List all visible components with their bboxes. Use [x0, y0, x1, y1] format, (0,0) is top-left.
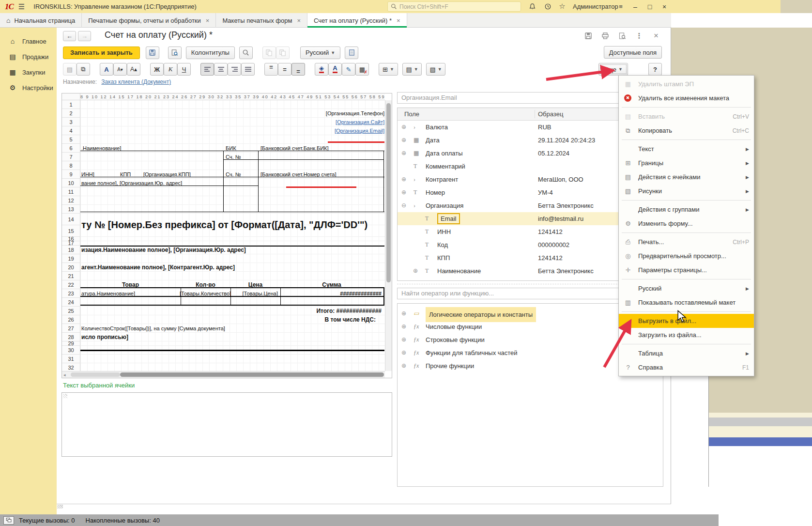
- sheet-row-header[interactable]: 9: [62, 170, 80, 179]
- menu-item[interactable]: ▦ Удалить штамп ЭП: [619, 77, 754, 91]
- sheet-cell[interactable]: Цена: [230, 280, 280, 289]
- sheet-cell[interactable]: агент.Наименование полное], [Контрагент.…: [81, 263, 333, 272]
- expand-icon[interactable]: ⊕: [401, 186, 406, 199]
- sheet-row-header[interactable]: 6: [62, 144, 80, 153]
- expand-icon[interactable]: ⊕: [401, 307, 406, 320]
- more-button[interactable]: Еще▼: [598, 63, 628, 76]
- find-button[interactable]: [239, 46, 253, 59]
- sheet-row-header[interactable]: 22: [62, 280, 80, 289]
- sheet-cell[interactable]: [Товары.Цена]: [230, 289, 278, 298]
- sheet-cell[interactable]: [Организация.Сайт]: [226, 118, 384, 126]
- save-icon[interactable]: [584, 32, 593, 40]
- sheet-cell[interactable]: КоличествоСтрок([Товары])], на сумму [Су…: [81, 324, 333, 333]
- valign-middle-button[interactable]: =: [278, 63, 291, 76]
- sheet-cell[interactable]: [Банковский счет.Банк.БИК]: [260, 144, 383, 153]
- sheet-row-header[interactable]: 17: [62, 241, 80, 246]
- sheet-row-header[interactable]: 32: [62, 363, 80, 371]
- expand-icon[interactable]: ⊕: [401, 333, 406, 346]
- fill-color-button[interactable]: ◈: [315, 63, 328, 76]
- menu-item[interactable]: ⎙ Печать... Ctrl+P: [619, 235, 754, 249]
- sheet-cell[interactable]: Товар: [80, 280, 181, 289]
- tab[interactable]: ⌂ Начальная страница: [0, 13, 82, 28]
- tab[interactable]: Макеты печатных форм ×: [216, 13, 307, 28]
- picture-dropdown[interactable]: ▧▼: [426, 63, 445, 76]
- sheet-row-header[interactable]: 10: [62, 179, 80, 187]
- column-field[interactable]: Поле: [404, 108, 419, 121]
- sheet-row-header[interactable]: 14: [62, 214, 80, 225]
- sheet-row-header[interactable]: 31: [62, 355, 80, 363]
- menu-item[interactable]: ⚙ Изменить форму...: [619, 217, 754, 231]
- history-clock-icon[interactable]: [543, 2, 552, 11]
- borders-dropdown[interactable]: ⊞▼: [379, 63, 398, 76]
- sheet-cell[interactable]: БИК: [226, 144, 255, 153]
- preview-button[interactable]: [168, 46, 182, 59]
- align-right-button[interactable]: [228, 63, 241, 76]
- help-button[interactable]: ?: [648, 63, 662, 76]
- sidebar-item[interactable]: ⚙ Настройки: [0, 80, 57, 95]
- sheet-corner[interactable]: [62, 93, 80, 100]
- font-smaller-button[interactable]: A▾: [113, 63, 127, 76]
- sheet-cell[interactable]: ту № [Номер.Без префикса] от [Формат([Да…: [81, 214, 384, 236]
- align-justify-button[interactable]: [241, 63, 255, 76]
- underline-button[interactable]: Ч: [177, 63, 191, 76]
- calls-monitor-icon[interactable]: [3, 516, 14, 525]
- sheet-row-header[interactable]: 30: [62, 346, 80, 355]
- vertical-scrollbar[interactable]: [385, 100, 392, 371]
- italic-button[interactable]: К: [164, 63, 177, 76]
- menu-item[interactable]: ⊞ Границы ▶: [619, 156, 754, 170]
- forward-button[interactable]: →: [78, 31, 91, 41]
- tab-close-icon[interactable]: ×: [397, 17, 400, 24]
- sheet-row-header[interactable]: 13: [62, 205, 80, 214]
- sheet-cell[interactable]: Сумма: [280, 280, 383, 289]
- sheet-row-header[interactable]: 7: [62, 153, 80, 161]
- available-fields-button[interactable]: Доступные поля: [604, 46, 662, 59]
- expand-icon[interactable]: ⊕: [401, 147, 406, 160]
- sheet-cell[interactable]: вание полное], [Организация.Юр. адрес]: [81, 179, 285, 187]
- expand-icon[interactable]: ⊖: [401, 199, 406, 212]
- sheet-row-header[interactable]: 24: [62, 298, 80, 307]
- expand-icon[interactable]: ⊕: [401, 173, 406, 186]
- selected-cell-textarea[interactable]: [61, 392, 392, 457]
- copy-icon[interactable]: ⧉: [77, 63, 90, 76]
- paste-icon[interactable]: ▤: [63, 63, 77, 76]
- sheet-cell[interactable]: Сч. №: [226, 153, 255, 161]
- sheet-row-header[interactable]: 25: [62, 307, 80, 315]
- menu-item[interactable]: ▥ Показывать поставляемый макет: [619, 295, 754, 309]
- cells-dropdown[interactable]: ▤▼: [402, 63, 422, 76]
- sheet-row-header[interactable]: 23: [62, 289, 80, 298]
- main-menu-icon[interactable]: ☰: [18, 2, 25, 11]
- expand-icon[interactable]: ⊕: [401, 320, 406, 333]
- copy-rows-button-2[interactable]: [276, 46, 290, 59]
- sheet-cell[interactable]: изация.Наименование полное], [Организаци…: [81, 246, 333, 254]
- user-name[interactable]: Администратор: [573, 3, 618, 10]
- scrollbar-thumb[interactable]: [386, 103, 391, 282]
- language-dropdown[interactable]: Русский▼: [300, 46, 340, 59]
- menu-item[interactable]: ⧉ Копировать Ctrl+C: [619, 124, 754, 138]
- expand-icon[interactable]: ⊕: [401, 346, 406, 359]
- preview-icon[interactable]: [618, 32, 627, 40]
- sheet-cell[interactable]: Итого: ##############: [226, 307, 382, 315]
- menu-item[interactable]: ✛ Параметры страницы...: [619, 263, 754, 277]
- close-form-icon[interactable]: ×: [652, 32, 660, 40]
- 1c-logo[interactable]: 1С: [5, 2, 14, 12]
- sheet-row-header[interactable]: 8: [62, 161, 80, 170]
- sheet-row-header[interactable]: 2: [62, 109, 80, 118]
- sheet-cell[interactable]: ИНН]: [81, 170, 110, 179]
- sheet-row-header[interactable]: 19: [62, 254, 80, 263]
- sheet-cell[interactable]: [Организация.КПП]: [143, 170, 221, 179]
- sheet-row-header[interactable]: 15: [62, 225, 80, 237]
- column-sample[interactable]: Образец: [538, 108, 563, 121]
- menu-item[interactable]: Загрузить из файла...: [619, 328, 754, 342]
- tab[interactable]: Печатные формы, отчеты и обработки ×: [82, 13, 216, 28]
- menu-item[interactable]: Русский ▶: [619, 281, 754, 295]
- expand-icon[interactable]: ⊕: [401, 121, 406, 134]
- sheet-cell[interactable]: .Наименование]: [81, 144, 178, 153]
- menu-item[interactable]: ▧ Рисунки ▶: [619, 184, 754, 198]
- clear-cells-button[interactable]: ▦✗: [355, 63, 369, 76]
- sheet-row-header[interactable]: 11: [62, 187, 80, 196]
- scroll-left-icon[interactable]: ◂: [63, 371, 66, 378]
- sheet-cell[interactable]: [Организация.Телефон]: [226, 109, 384, 118]
- sidebar-item[interactable]: ⌂ Главное: [0, 33, 57, 49]
- save-button[interactable]: [146, 46, 159, 59]
- font-color-button[interactable]: A: [328, 63, 342, 76]
